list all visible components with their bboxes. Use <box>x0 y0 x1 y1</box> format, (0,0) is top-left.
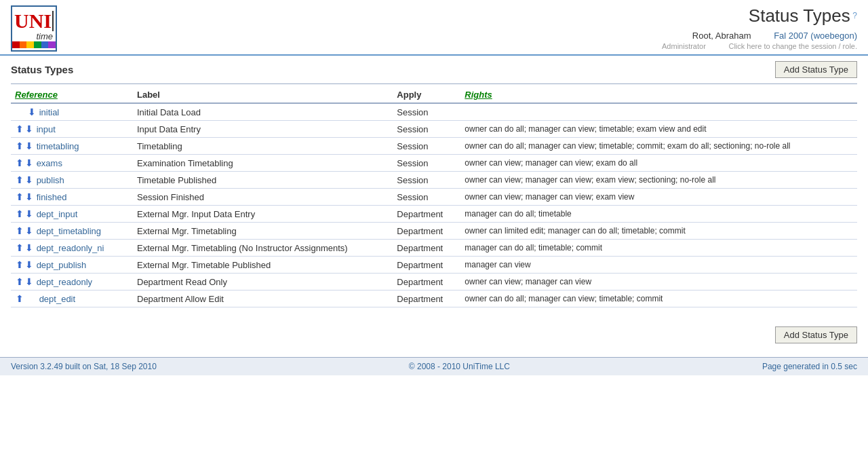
arrow-cell: ⬆⬇ dept_readonly <box>11 274 133 290</box>
add-status-type-button-top[interactable]: Add Status Type <box>775 61 857 78</box>
move-up-button[interactable]: ⬆ <box>15 242 24 253</box>
label-cell: Initial Data Load <box>133 103 393 121</box>
move-down-button[interactable]: ⬇ <box>24 157 34 168</box>
move-up-button[interactable]: ⬆ <box>15 259 24 270</box>
move-up-button[interactable]: ⬆ <box>15 157 24 168</box>
label-cell: Timetable Published <box>133 172 393 189</box>
arrow-cell: ⬆⬇ input <box>11 121 133 138</box>
table-row: ⬆⬇ publishTimetable PublishedSessionowne… <box>11 172 857 189</box>
bar-purple <box>48 41 56 48</box>
arrow-cell: ⬆⬇ dept_input <box>11 206 133 223</box>
move-up-button[interactable]: ⬆ <box>15 293 24 304</box>
bar-blue <box>41 41 49 48</box>
table-row: ⬆⬇ examsExamination TimetablingSessionow… <box>11 155 857 172</box>
reference-link[interactable]: input <box>37 124 56 134</box>
rights-cell: owner can view; manager can view; exam d… <box>460 155 857 172</box>
move-up-button[interactable]: ⬆ <box>15 208 24 219</box>
rights-cell <box>460 103 857 121</box>
reference-link[interactable]: dept_readonly_ni <box>37 243 104 253</box>
logo-time-text: time <box>12 31 56 41</box>
add-status-type-button-bottom[interactable]: Add Status Type <box>775 326 857 343</box>
reference-link[interactable]: initial <box>39 107 60 117</box>
rights-sort-link[interactable]: Rights <box>465 90 492 100</box>
move-down-button[interactable]: ⬇ <box>24 276 34 287</box>
apply-header: Apply <box>397 90 421 100</box>
label-cell: External Mgr. Input Data Entry <box>133 206 393 223</box>
move-down-button[interactable]: ⬇ <box>27 107 37 117</box>
move-down-button[interactable]: ⬇ <box>24 259 34 270</box>
apply-cell: Session <box>393 121 460 138</box>
move-down-button[interactable]: ⬇ <box>24 242 34 253</box>
reference-link[interactable]: timetabling <box>37 141 79 151</box>
table-area: Reference Label Apply Rights ⬇ initialIn… <box>0 87 868 307</box>
apply-cell: Session <box>393 155 460 172</box>
reference-link[interactable]: publish <box>37 175 64 185</box>
th-apply: Apply <box>393 87 460 103</box>
label-header: Label <box>137 90 160 100</box>
apply-cell: Session <box>393 189 460 206</box>
page-title-row: Status Types ? <box>662 5 857 26</box>
rights-cell: manager can view <box>460 257 857 274</box>
label-cell: Department Read Only <box>133 274 393 290</box>
arrow-cell: ⬇ initial <box>11 103 133 121</box>
move-up-button[interactable]: ⬆ <box>15 276 24 287</box>
spacer <box>0 307 868 318</box>
table-row: ⬆⬇ dept_readonly_niExternal Mgr. Timetab… <box>11 240 857 257</box>
th-rights: Rights <box>460 87 857 103</box>
logo-color-bars <box>12 41 56 48</box>
apply-cell: Department <box>393 274 460 290</box>
session-name[interactable]: Fal 2007 (woebegon) <box>774 31 857 41</box>
header-right: Status Types ? Root, Abraham Fal 2007 (w… <box>662 5 857 51</box>
rights-cell: owner can do all; manager can view; time… <box>460 121 857 138</box>
reference-link[interactable]: dept_publish <box>37 260 87 270</box>
move-down-button[interactable]: ⬇ <box>24 140 34 151</box>
move-up-button[interactable]: ⬆ <box>15 124 24 134</box>
user-name: Root, Abraham <box>692 31 751 41</box>
logo-cursor <box>52 11 54 31</box>
bar-green <box>34 41 41 48</box>
move-down-button[interactable]: ⬇ <box>24 174 34 185</box>
th-reference: Reference <box>11 87 133 103</box>
reference-link[interactable]: dept_edit <box>39 294 76 304</box>
move-down-button[interactable]: ⬇ <box>24 225 34 236</box>
label-cell: External Mgr. Timetabling (No Instructor… <box>133 240 393 257</box>
th-label: Label <box>133 87 393 103</box>
table-header: Reference Label Apply Rights <box>11 87 857 103</box>
rights-cell: owner can do all; manager can view; time… <box>460 138 857 155</box>
reference-sort-link[interactable]: Reference <box>15 90 58 100</box>
arrow-cell: ⬆⬇ dept_readonly_ni <box>11 240 133 257</box>
header: UNI time Status Types ? Root, Abraham Fa… <box>0 0 868 56</box>
apply-cell: Session <box>393 103 460 121</box>
apply-cell: Department <box>393 240 460 257</box>
bar-yellow <box>26 41 34 48</box>
rights-cell: manager can do all; timetable <box>460 206 857 223</box>
arrow-cell: ⬆⬇ timetabling <box>11 138 133 155</box>
apply-cell: Session <box>393 138 460 155</box>
reference-link[interactable]: finished <box>37 192 67 202</box>
session-hint: Click here to change the session / role. <box>728 42 857 50</box>
table-row: ⬆⬇ finishedSession FinishedSessionowner … <box>11 189 857 206</box>
help-icon[interactable]: ? <box>852 11 857 20</box>
move-down-button[interactable]: ⬇ <box>24 191 34 202</box>
move-up-button[interactable]: ⬆ <box>15 191 24 202</box>
move-down-button[interactable]: ⬇ <box>24 208 34 219</box>
section-title: Status Types <box>11 64 73 75</box>
user-info: Root, Abraham Fal 2007 (woebegon) Admini… <box>662 31 857 51</box>
rights-cell: owner can view; manager can view; exam v… <box>460 189 857 206</box>
move-up-button[interactable]: ⬆ <box>15 225 24 236</box>
label-cell: Department Allow Edit <box>133 290 393 307</box>
apply-cell: Session <box>393 172 460 189</box>
arrow-cell: ⬆⬇ dept_timetabling <box>11 223 133 240</box>
reference-link[interactable]: exams <box>37 158 62 168</box>
apply-cell: Department <box>393 257 460 274</box>
move-up-button[interactable]: ⬆ <box>15 174 24 185</box>
move-down-button[interactable]: ⬇ <box>24 124 34 134</box>
reference-link[interactable]: dept_timetabling <box>37 226 101 236</box>
generated-text: Page generated in 0.5 sec <box>762 362 857 371</box>
logo-uni-text: UNI <box>14 11 52 31</box>
move-up-button[interactable]: ⬆ <box>15 140 24 151</box>
reference-link[interactable]: dept_input <box>37 209 78 219</box>
rights-cell: owner can view; manager can view; exam v… <box>460 172 857 189</box>
reference-link[interactable]: dept_readonly <box>37 277 92 287</box>
table-row: ⬆⬇ timetablingTimetablingSessionowner ca… <box>11 138 857 155</box>
